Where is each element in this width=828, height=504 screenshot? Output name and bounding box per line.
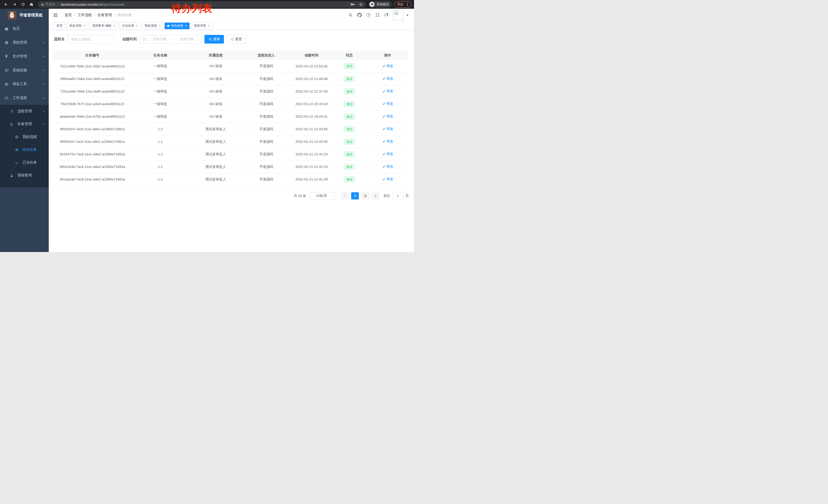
search-button[interactable]: 搜索: [204, 35, 224, 44]
status-badge: 激活: [344, 101, 355, 107]
password-key-icon[interactable]: [350, 2, 355, 6]
sidebar-item-system[interactable]: 系统管理: [0, 36, 49, 49]
back-icon[interactable]: [4, 2, 8, 7]
status-badge: 激活: [344, 164, 355, 170]
github-icon[interactable]: [357, 13, 362, 17]
page-button-2[interactable]: 2: [362, 192, 369, 199]
page-size-select[interactable]: 10条/页: [310, 192, 335, 199]
breadcrumb-home[interactable]: 首页: [65, 13, 72, 17]
active-dot: [167, 25, 169, 27]
update-button[interactable]: 更新 ⋮: [394, 1, 411, 8]
font-size-icon[interactable]: TT: [384, 12, 388, 18]
tab-done-tasks[interactable]: 已办任务×: [119, 22, 140, 29]
tab-todo-tasks[interactable]: 待办任务×: [165, 22, 190, 29]
sidebar-item-todo-tasks[interactable]: 待办任务: [0, 143, 49, 156]
forward-icon[interactable]: [12, 2, 17, 7]
breadcrumb-workflow[interactable]: 工作流程: [78, 13, 92, 17]
created-cell: 2022-01-21 22:43:55: [291, 135, 332, 148]
task-id-cell: 580e1b3d-7ac8-11ec-a9e2-a2380e71991a: [54, 161, 131, 173]
table-row: 73211d9d-7b9b-11ec-b5b7-acde48001122 一级审…: [54, 60, 409, 73]
reset-button[interactable]: 重置: [226, 35, 246, 44]
list-tree-icon: [9, 109, 13, 113]
toolbox-icon: [4, 82, 8, 86]
created-cell: 2022-01-21 22:42:23: [291, 148, 332, 161]
sidebar-item-task-mgmt[interactable]: 任务管理: [0, 118, 49, 131]
starter-cell: 芋道源码: [242, 123, 291, 135]
goto-page-input[interactable]: [392, 192, 404, 199]
breadcrumb-task-mgmt[interactable]: 任务管理: [97, 13, 112, 17]
approve-link[interactable]: 审批: [382, 89, 394, 94]
edit-icon: [382, 178, 385, 181]
close-icon[interactable]: ×: [113, 24, 115, 28]
avatar-caret-icon[interactable]: ▼: [406, 13, 409, 17]
tab-form-edit[interactable]: 流程表单-编辑×: [89, 22, 118, 29]
sidebar-item-my-process[interactable]: 我的流程: [0, 131, 49, 143]
approve-link[interactable]: 审批: [382, 152, 394, 156]
created-cell: 2022-01-21 22:41:29: [291, 173, 332, 186]
help-icon[interactable]: ?: [366, 13, 371, 17]
starter-cell: 芋道源码: [242, 135, 291, 148]
approve-link[interactable]: 审批: [382, 139, 394, 144]
task-name-cell: 1.2: [131, 123, 190, 135]
process-cell: OA 请假: [190, 85, 242, 98]
task-name-cell: 1.1: [131, 161, 190, 173]
fullscreen-icon[interactable]: [375, 13, 380, 17]
logo-row[interactable]: 芋道管理系统: [0, 9, 49, 22]
home-icon[interactable]: [29, 2, 34, 7]
tab-my-process[interactable]: 我的流程×: [142, 22, 163, 29]
sidebar-item-label: 支付管理: [12, 54, 27, 59]
page-button-1[interactable]: 1: [351, 192, 359, 199]
security-warning[interactable]: 不安全: [41, 2, 55, 7]
task-name-cell: 1.2: [131, 173, 190, 186]
approve-link[interactable]: 审批: [382, 164, 394, 169]
approve-link[interactable]: 审批: [382, 177, 394, 182]
starter-cell: 芋道源码: [242, 173, 291, 186]
calendar-icon: [142, 37, 146, 41]
sidebar-item-payment[interactable]: ¥ 支付管理: [0, 49, 49, 63]
task-id-cell: 8f059c03-7ac8-11ec-a9e2-a2380e71991a: [54, 135, 131, 148]
sidebar-item-home[interactable]: 首页: [0, 22, 49, 36]
tab-process-detail[interactable]: 流程详情×: [191, 22, 212, 29]
flow-icon: [9, 122, 13, 126]
approve-link[interactable]: 审批: [382, 114, 394, 119]
sidebar-item-workflow[interactable]: 工作流程: [0, 91, 49, 105]
tab-home[interactable]: 首页: [54, 22, 65, 29]
close-icon[interactable]: ×: [185, 24, 187, 28]
approve-link[interactable]: 审批: [382, 101, 394, 106]
reload-icon[interactable]: [20, 2, 25, 7]
sidebar-item-infra[interactable]: 基础设施: [0, 63, 49, 77]
table-row: 8f0d1619-7ac8-11ec-a9e2-a2380e71991a 1.2…: [54, 123, 409, 135]
browser-menu-icon[interactable]: ⋮: [406, 2, 409, 6]
sidebar-item-leave-query[interactable]: 请假查询: [0, 169, 49, 182]
sidebar-item-process-mgmt[interactable]: 流程管理: [0, 105, 49, 118]
approve-link[interactable]: 审批: [382, 77, 394, 81]
bookmark-star-icon[interactable]: [359, 2, 363, 6]
search-icon[interactable]: [348, 13, 353, 17]
prev-page-button[interactable]: [341, 192, 348, 199]
starter-cell: 芋道源码: [242, 85, 291, 98]
sidebar-item-label: 我的流程: [23, 135, 37, 139]
sidebar-toggle-icon[interactable]: [53, 12, 58, 18]
process-cell: OA 请假: [190, 110, 242, 123]
tab-start-process[interactable]: 发起流程×: [67, 22, 88, 29]
close-icon[interactable]: ×: [208, 24, 210, 28]
close-icon[interactable]: ×: [159, 24, 161, 28]
process-cell: 测试多审批人: [190, 148, 242, 161]
sidebar-item-devtools[interactable]: 研发工具: [0, 77, 49, 91]
sidebar-item-done-tasks[interactable]: 已办任务: [0, 156, 49, 169]
approve-link[interactable]: 审批: [382, 127, 394, 131]
avatar[interactable]: [393, 10, 403, 20]
starter-cell: 芋道源码: [242, 110, 291, 123]
task-id-cell: 73211d9d-7b9b-11ec-b5b7-acde48001122: [54, 60, 131, 73]
goto-suffix: 页: [406, 193, 409, 198]
approve-link[interactable]: 审批: [382, 64, 394, 68]
url-text: dashboard.yudao.iocoder.cn/bpm/task/todo: [61, 3, 125, 6]
close-icon[interactable]: ×: [83, 24, 85, 28]
process-name-input[interactable]: [68, 35, 115, 44]
close-icon[interactable]: ×: [136, 24, 138, 28]
task-id-cell: 58154733-7ac8-11ec-a9e2-a2380e71991a: [54, 148, 131, 161]
url-bar[interactable]: 不安全 dashboard.yudao.iocoder.cn/bpm/task/…: [38, 1, 366, 8]
process-cell: OA 请假: [190, 73, 242, 85]
date-range-picker[interactable]: 开始日期 - 结束日期: [140, 35, 201, 44]
next-page-button[interactable]: [372, 192, 379, 199]
